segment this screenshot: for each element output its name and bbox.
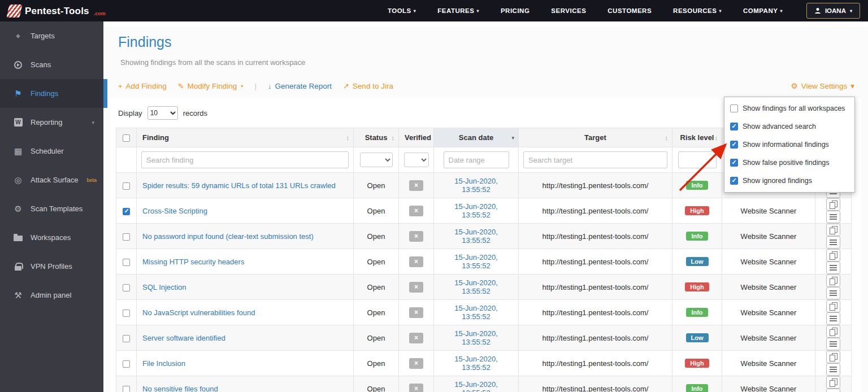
finding-details-button[interactable] bbox=[826, 262, 840, 274]
brand-logo[interactable]: Pentest-Tools .com bbox=[8, 5, 106, 18]
finding-link[interactable]: No JavaScript vulnerabilities found bbox=[142, 308, 255, 317]
verified-toggle-button[interactable]: × bbox=[409, 231, 423, 242]
verified-toggle-button[interactable]: × bbox=[409, 206, 423, 216]
finding-link[interactable]: SQL Injection bbox=[142, 283, 186, 291]
sidebar-item-vpn-profiles[interactable]: VPN Profiles bbox=[0, 252, 103, 281]
copy-finding-button[interactable] bbox=[826, 275, 840, 287]
target-search-input[interactable] bbox=[523, 151, 667, 168]
topnav-item-features[interactable]: FEATURES▾ bbox=[437, 7, 479, 14]
menu-item-show-informational-findings[interactable]: Show informational findings bbox=[724, 136, 854, 154]
menu-item-show-ignored-findings[interactable]: Show ignored findings bbox=[724, 172, 854, 190]
verified-filter-select[interactable] bbox=[404, 153, 429, 167]
checkbox-icon[interactable] bbox=[730, 104, 738, 112]
target-header[interactable]: Target ↕ bbox=[519, 128, 672, 147]
verified-toggle-button[interactable]: × bbox=[409, 358, 423, 369]
finding-details-button[interactable] bbox=[826, 312, 840, 325]
verified-toggle-button[interactable]: × bbox=[409, 307, 423, 318]
verified-toggle-button[interactable]: × bbox=[409, 384, 423, 392]
row-checkbox[interactable] bbox=[123, 182, 130, 190]
copy-finding-button[interactable] bbox=[826, 376, 840, 389]
checkbox-icon[interactable] bbox=[730, 177, 738, 185]
finding-link[interactable]: Cross-Site Scripting bbox=[142, 207, 207, 215]
row-checkbox[interactable] bbox=[123, 259, 130, 266]
select-all-checkbox[interactable] bbox=[123, 134, 130, 142]
topnav-item-customers[interactable]: CUSTOMERS bbox=[607, 7, 652, 14]
sidebar-item-findings[interactable]: ⚑Findings bbox=[0, 79, 103, 108]
verified-toggle-button[interactable]: × bbox=[409, 333, 423, 343]
finding-details-button[interactable] bbox=[826, 236, 840, 249]
copy-finding-button[interactable] bbox=[826, 325, 840, 338]
scan-date-link[interactable]: 15-Jun-2020, 13:55:52 bbox=[454, 304, 498, 321]
copy-finding-button[interactable] bbox=[826, 300, 840, 312]
finding-link[interactable]: No sensitive files found bbox=[142, 385, 218, 392]
sidebar-item-scan-templates[interactable]: ⚙Scan Templates bbox=[0, 194, 103, 223]
row-checkbox[interactable] bbox=[123, 310, 130, 317]
verified-toggle-button[interactable]: × bbox=[409, 256, 423, 267]
finding-details-button[interactable] bbox=[826, 211, 840, 223]
status-header[interactable]: Status ↕ bbox=[354, 128, 399, 147]
sidebar-item-scans[interactable]: Scans bbox=[0, 50, 103, 79]
scan-date-header[interactable]: Scan date ▾ bbox=[434, 128, 519, 147]
sidebar-item-scheduler[interactable]: ▦Scheduler bbox=[0, 137, 103, 165]
finding-link[interactable]: Missing HTTP security headers bbox=[142, 258, 244, 266]
checkbox-icon[interactable] bbox=[730, 141, 738, 149]
row-checkbox[interactable] bbox=[123, 360, 130, 368]
scan-date-link[interactable]: 15-Jun-2020, 13:55:52 bbox=[454, 228, 498, 245]
copy-finding-button[interactable] bbox=[826, 198, 840, 211]
finding-details-button[interactable] bbox=[826, 363, 840, 376]
sidebar-item-admin-panel[interactable]: ⚒Admin panel bbox=[0, 281, 103, 310]
row-checkbox[interactable] bbox=[123, 335, 130, 342]
scan-date-link[interactable]: 15-Jun-2020, 13:55:52 bbox=[454, 355, 498, 372]
risk-level-header[interactable]: Risk level ↕ bbox=[672, 128, 722, 147]
view-settings-button[interactable]: ⚙ View Settings ▾ bbox=[791, 81, 854, 90]
finding-details-button[interactable] bbox=[826, 287, 840, 299]
finding-link[interactable]: Server software identified bbox=[142, 334, 225, 342]
modify-finding-button[interactable]: ✎ Modify Finding ▾ bbox=[178, 82, 244, 90]
copy-finding-button[interactable] bbox=[826, 351, 840, 363]
status-filter-select[interactable] bbox=[360, 153, 393, 167]
scan-date-link[interactable]: 15-Jun-2020, 13:55:52 bbox=[454, 177, 498, 194]
add-finding-button[interactable]: + Add Finding bbox=[118, 82, 167, 90]
row-checkbox[interactable] bbox=[123, 284, 130, 291]
row-checkbox[interactable] bbox=[123, 233, 130, 241]
menu-item-show-advanced-search[interactable]: Show advanced search bbox=[724, 117, 854, 136]
verified-toggle-button[interactable]: × bbox=[409, 180, 423, 191]
user-menu-button[interactable]: IOANA ▾ bbox=[806, 3, 860, 19]
scan-date-link[interactable]: 15-Jun-2020, 13:55:52 bbox=[454, 202, 498, 219]
finding-link[interactable]: No password input found (clear-text subm… bbox=[142, 232, 314, 241]
scan-date-link[interactable]: 15-Jun-2020, 13:55:52 bbox=[454, 253, 498, 270]
topnav-item-company[interactable]: COMPANY▾ bbox=[743, 7, 783, 14]
copy-finding-button[interactable] bbox=[826, 224, 840, 236]
records-per-page-select[interactable]: 10 bbox=[147, 106, 178, 120]
topnav-item-pricing[interactable]: PRICING bbox=[501, 7, 530, 14]
finding-link[interactable]: File Inclusion bbox=[142, 359, 185, 368]
send-to-jira-button[interactable]: ↗ Send to Jira bbox=[343, 82, 393, 90]
topnav-item-tools[interactable]: TOOLS▾ bbox=[388, 7, 416, 14]
scan-date-link[interactable]: 15-Jun-2020, 13:55:52 bbox=[454, 329, 498, 346]
checkbox-icon[interactable] bbox=[730, 159, 738, 167]
checkbox-icon[interactable] bbox=[730, 123, 738, 130]
sidebar-item-workspaces[interactable]: Workspaces bbox=[0, 223, 103, 252]
row-checkbox[interactable] bbox=[123, 208, 130, 215]
sidebar-item-attack-surface[interactable]: ◎Attack Surfacebeta bbox=[0, 165, 103, 194]
copy-finding-button[interactable] bbox=[826, 249, 840, 262]
scan-date-link[interactable]: 15-Jun-2020, 13:55:52 bbox=[454, 380, 498, 392]
topnav-item-services[interactable]: SERVICES bbox=[551, 7, 586, 14]
menu-item-show-findings-for-all-workspaces[interactable]: Show findings for all workspaces bbox=[724, 99, 854, 117]
finding-details-button[interactable] bbox=[826, 389, 840, 392]
risk-filter-input[interactable] bbox=[678, 151, 717, 168]
finding-search-input[interactable] bbox=[141, 151, 349, 168]
menu-item-show-false-positive-findings[interactable]: Show false positive findings bbox=[724, 154, 854, 172]
verified-header[interactable]: Verified bbox=[399, 128, 434, 147]
row-checkbox[interactable] bbox=[123, 386, 130, 392]
sidebar-item-targets[interactable]: ⌖Targets bbox=[0, 21, 103, 50]
scan-date-link[interactable]: 15-Jun-2020, 13:55:52 bbox=[454, 278, 498, 295]
finding-header[interactable]: Finding ↕ bbox=[137, 128, 354, 147]
finding-details-button[interactable] bbox=[826, 338, 840, 350]
sidebar-item-reporting[interactable]: WReporting▾ bbox=[0, 108, 103, 137]
topnav-item-resources[interactable]: RESOURCES▾ bbox=[673, 7, 722, 14]
generate-report-button[interactable]: ↓ Generate Report bbox=[268, 82, 332, 90]
verified-toggle-button[interactable]: × bbox=[409, 282, 423, 293]
date-range-input[interactable] bbox=[444, 151, 509, 168]
finding-link[interactable]: Spider results: 59 dynamic URLs of total… bbox=[142, 181, 336, 190]
